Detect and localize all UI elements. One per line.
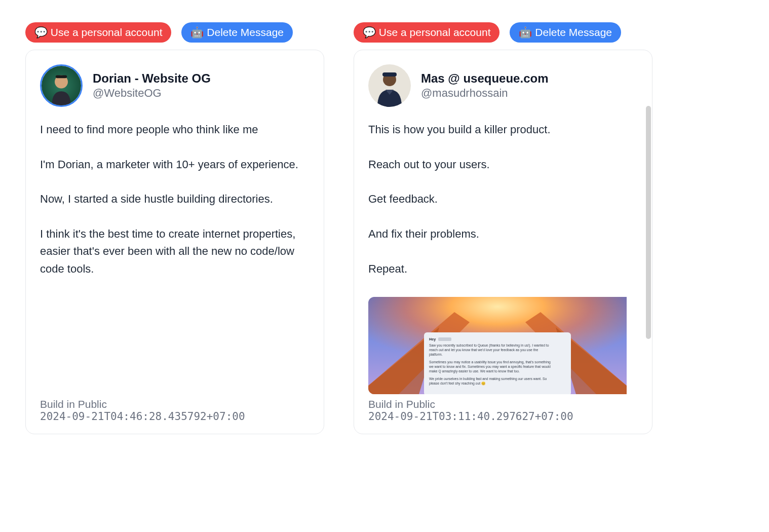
embedded-image[interactable]: Hey Saw you recently subscribed to Queue… [368,297,638,394]
message-card: Dorian - Website OG @WebsiteOG I need to… [25,50,324,434]
card-footer: Build in Public 2024-09-21T03:11:40.2976… [368,398,638,423]
username: @WebsiteOG [93,87,211,100]
buttons-row: 💬 Use a personal account 🤖 Delete Messag… [25,22,324,43]
timestamp: 2024-09-21T04:46:28.435792+07:00 [40,410,310,423]
svg-text:make Q amazingly easier to use: make Q amazingly easier to use. We want … [429,369,520,373]
user-info: Dorian - Website OG @WebsiteOG [93,71,211,100]
message-body: This is how you build a killer product. … [368,121,638,278]
svg-rect-5 [382,72,397,77]
message-body: I need to find more people who think lik… [40,121,310,278]
delete-message-button[interactable]: 🤖 Delete Message [181,22,293,43]
user-info: Mas @ usequeue.com @masudrhossain [421,71,548,100]
card-header: Dorian - Website OG @WebsiteOG [40,64,310,107]
svg-text:Saw you recently subscribed to: Saw you recently subscribed to Queue (th… [429,344,549,348]
svg-text:We pride ourselves in building: We pride ourselves in building fast and … [429,377,547,381]
message-card: Mas @ usequeue.com @masudrhossain This i… [354,50,652,434]
delete-message-button[interactable]: 🤖 Delete Message [510,22,621,43]
card-wrapper-1: 💬 Use a personal account 🤖 Delete Messag… [25,22,324,434]
use-personal-account-button[interactable]: 💬 Use a personal account [25,22,171,43]
username: @masudrhossain [421,87,548,100]
svg-text:Sometimes you may notice a usa: Sometimes you may notice a usability iss… [429,360,551,364]
card-footer: Build in Public 2024-09-21T04:46:28.4357… [40,398,310,423]
svg-text:reach out and let you know tha: reach out and let you know that we'd lov… [429,348,538,352]
use-personal-account-button[interactable]: 💬 Use a personal account [354,22,499,43]
display-name: Dorian - Website OG [93,71,211,86]
scrollbar-thumb[interactable] [646,106,651,339]
avatar[interactable] [40,64,83,107]
cards-container: 💬 Use a personal account 🤖 Delete Messag… [25,22,744,434]
svg-text:we want to know and fix. Somet: we want to know and fix. Sometimes you m… [429,365,551,369]
svg-text:Hey: Hey [429,337,436,341]
footer-label: Build in Public [368,398,638,410]
svg-rect-10 [438,337,451,341]
card-wrapper-2: 💬 Use a personal account 🤖 Delete Messag… [354,22,652,434]
card-header: Mas @ usequeue.com @masudrhossain [368,64,638,107]
footer-label: Build in Public [40,398,310,410]
display-name: Mas @ usequeue.com [421,71,548,86]
svg-rect-2 [56,75,67,79]
avatar[interactable] [368,64,411,107]
timestamp: 2024-09-21T03:11:40.297627+07:00 [368,410,638,423]
buttons-row: 💬 Use a personal account 🤖 Delete Messag… [354,22,652,43]
svg-text:platform.: platform. [429,353,443,357]
svg-text:please don't feel shy reaching: please don't feel shy reaching out 😊 [429,381,486,386]
